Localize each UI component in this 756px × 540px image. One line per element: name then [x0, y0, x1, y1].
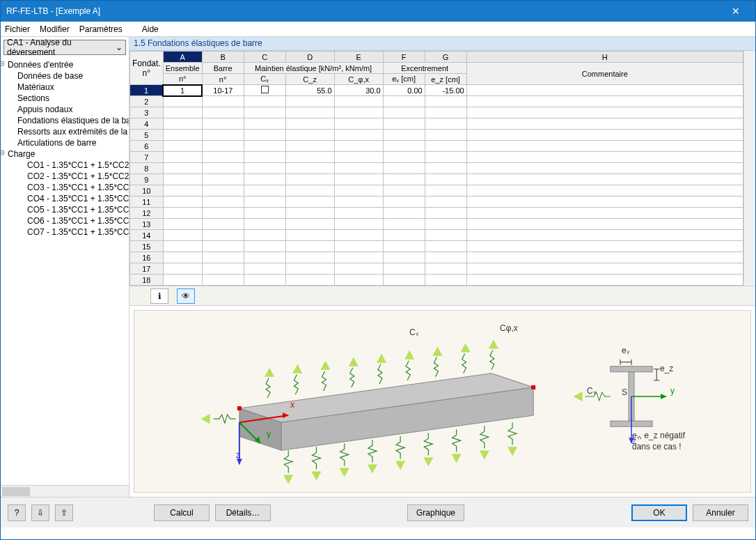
export-button[interactable]: ⇩ — [31, 504, 49, 521]
tree-item[interactable]: Fondations élastiques de la barre — [1, 115, 129, 126]
tree-item[interactable]: Ressorts aux extrémités de la barre — [1, 126, 129, 137]
tree-item[interactable]: Sections — [1, 93, 129, 104]
col-e[interactable]: E — [334, 52, 383, 63]
hdr-cz: C_z — [285, 74, 334, 85]
table-row[interactable]: 14 — [130, 230, 743, 241]
sidebar: CA1 - Analyse du déversement ⌄ Données d… — [1, 37, 129, 497]
table-row[interactable]: 10 — [130, 185, 743, 196]
hdr-cy: Cᵧ — [244, 74, 285, 85]
lbl-cphix: Cφ,x — [500, 323, 518, 333]
tree-item[interactable]: CO6 - 1.35*CC1 + 1.35*CC2 — [1, 215, 129, 226]
svg-marker-12 — [283, 475, 293, 484]
hdr-maintien: Maintien élastique [kN/m², kNm/m] — [244, 63, 383, 74]
lbl-s: S — [622, 387, 627, 397]
svg-marker-20 — [507, 447, 517, 456]
svg-marker-19 — [480, 450, 489, 459]
col-f[interactable]: F — [383, 52, 425, 63]
tree-item[interactable]: Matériaux — [1, 82, 129, 93]
titlebar: RF-FE-LTB - [Exemple A] ✕ — [1, 1, 755, 22]
lbl-cy: Cᵧ — [409, 327, 418, 337]
grid-vscroll[interactable] — [743, 51, 755, 286]
tree-item[interactable]: Appuis nodaux — [1, 104, 129, 115]
checkbox[interactable] — [261, 86, 269, 93]
lbl-cy2: Cᵧ — [587, 386, 596, 396]
tree-item[interactable]: Articulations de barre — [1, 137, 129, 148]
table-row[interactable]: 12 — [130, 208, 743, 219]
menu-help[interactable]: Aide — [142, 24, 159, 34]
close-icon[interactable]: ✕ — [722, 6, 750, 17]
window-title: RF-FE-LTB - [Exemple A] — [6, 6, 100, 16]
svg-rect-23 — [531, 385, 535, 389]
tree-item[interactable]: CO4 - 1.35*CC1 + 1.35*CC2 — [1, 193, 129, 204]
col-a[interactable]: A — [163, 52, 202, 63]
cancel-button[interactable]: Annuler — [693, 504, 748, 521]
svg-rect-30 — [611, 367, 652, 372]
section-title: 1.5 Fondations élastiques de barre — [129, 37, 755, 51]
svg-marker-3 — [265, 368, 274, 377]
ok-button[interactable]: OK — [631, 504, 687, 521]
info-button[interactable]: ℹ — [150, 288, 168, 304]
tree-item[interactable]: CO7 - 1.35*CC1 + 1.35*CC2 — [1, 226, 129, 238]
table-row[interactable]: 16 — [130, 252, 743, 263]
svg-marker-13 — [311, 472, 321, 481]
table-row[interactable]: 1110-1755.030.00.00-15.00 — [130, 85, 743, 96]
col-g[interactable]: G — [425, 52, 466, 63]
menu-edit[interactable]: Modifier — [40, 24, 70, 34]
col-fondat: Fondat. — [132, 59, 161, 68]
svg-marker-34 — [661, 394, 666, 399]
tree-root-input[interactable]: Données d'entrée — [1, 59, 129, 70]
hdr-ez: e_z [cm] — [425, 74, 466, 85]
table-row[interactable]: 5 — [130, 130, 743, 141]
table-row[interactable]: 3 — [130, 107, 743, 118]
help-icon: ? — [15, 508, 19, 518]
col-d[interactable]: D — [285, 52, 334, 63]
svg-marker-14 — [340, 468, 349, 477]
menu-params[interactable]: Paramètres — [79, 24, 123, 34]
tree-item[interactable]: CO5 - 1.35*CC1 + 1.35*CC2 — [1, 204, 129, 215]
col-c[interactable]: C — [244, 52, 285, 63]
table-row[interactable]: 9 — [130, 174, 743, 185]
table-row[interactable]: 4 — [130, 118, 743, 130]
table-row[interactable]: 13 — [130, 219, 743, 230]
svg-marker-11 — [489, 340, 498, 349]
table-row[interactable]: 2 — [130, 96, 743, 107]
lbl-ez: e_z — [660, 364, 673, 373]
tree-item[interactable]: Données de base — [1, 70, 129, 82]
menu-file[interactable]: Fichier — [5, 24, 30, 34]
tree-item[interactable]: CO3 - 1.35*CC1 + 1.35*CC2 — [1, 182, 129, 193]
table-row[interactable]: 17 — [130, 263, 743, 275]
svg-marker-21 — [201, 414, 210, 424]
details-button[interactable]: Détails… — [215, 504, 271, 521]
help-button[interactable]: ? — [8, 504, 26, 521]
graph-button[interactable]: Graphique — [407, 504, 464, 521]
content: 1.5 Fondations élastiques de barre Fonda… — [129, 37, 755, 497]
tree-hscroll[interactable] — [1, 485, 129, 497]
tree-item[interactable]: CO2 - 1.35*CC1 + 1.5*CC2 — [1, 171, 129, 182]
data-grid[interactable]: Fondat.n° A B C D E F G H Ensemble Barre… — [129, 51, 743, 286]
tree-root-charge[interactable]: Charge — [1, 148, 129, 160]
col-b[interactable]: B — [202, 52, 244, 63]
calc-button[interactable]: Calcul — [154, 504, 210, 521]
table-row[interactable]: 18 — [130, 275, 743, 286]
import-button[interactable]: ⇧ — [55, 504, 73, 521]
svg-marker-18 — [452, 454, 462, 463]
tree-item[interactable]: CO1 - 1.35*CC1 + 1.5*CC2 — [1, 160, 129, 171]
table-row[interactable]: 7 — [130, 152, 743, 163]
hdr-cphix: C_φ,x — [334, 74, 383, 85]
nav-tree: Données d'entrée Données de base Matéria… — [1, 58, 129, 485]
table-row[interactable]: 15 — [130, 241, 743, 252]
table-row[interactable]: 11 — [130, 196, 743, 208]
lbl-y: y — [267, 429, 271, 439]
menubar: Fichier Modifier Paramètres Aide — [1, 22, 755, 37]
table-row[interactable]: 8 — [130, 163, 743, 174]
eye-icon: 👁 — [182, 291, 190, 301]
diagram: Cᵧ Cφ,x x y z Cᵧ eᵧ e_z S y z eᵧ, e_z né… — [134, 310, 751, 493]
table-row[interactable]: 6 — [130, 141, 743, 152]
col-h[interactable]: H — [466, 52, 743, 63]
hdr-ensemble: Ensemble — [163, 63, 202, 74]
view-button[interactable]: 👁 — [177, 288, 195, 304]
lbl-y2: y — [670, 386, 675, 396]
lbl-x: x — [290, 400, 294, 410]
case-combo[interactable]: CA1 - Analyse du déversement ⌄ — [3, 40, 126, 55]
svg-marker-6 — [349, 357, 359, 367]
